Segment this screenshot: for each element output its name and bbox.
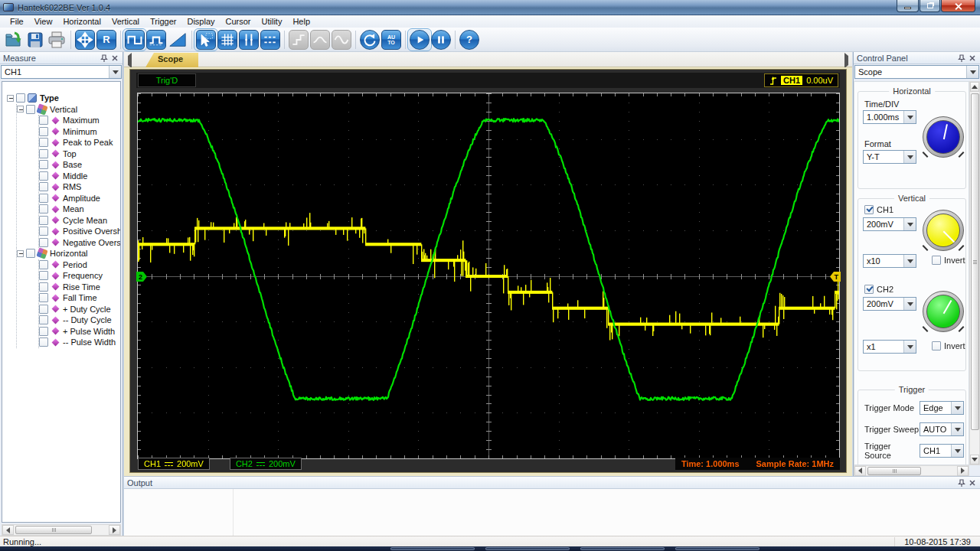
measure-item-fall-time[interactable]: Fall Time xyxy=(39,292,120,304)
ramp-wave-button[interactable] xyxy=(168,30,188,50)
pause-button[interactable] xyxy=(431,30,451,50)
trigger-source-select[interactable]: CH1 xyxy=(920,444,964,458)
item-checkbox[interactable] xyxy=(39,171,48,181)
measure-item-rise-time[interactable]: Rise Time xyxy=(39,282,120,293)
menu-cursor[interactable]: Cursor xyxy=(220,17,256,26)
trigger-sweep-select[interactable]: AUTO xyxy=(920,422,964,436)
format-select[interactable]: Y-T xyxy=(863,150,916,164)
item-checkbox[interactable] xyxy=(39,182,48,191)
collapse-icon[interactable] xyxy=(17,106,24,112)
item-checkbox[interactable] xyxy=(39,127,48,136)
pin-icon[interactable] xyxy=(957,478,966,487)
close-icon[interactable] xyxy=(968,54,977,63)
tab-scroll-left-icon[interactable] xyxy=(128,56,132,65)
refresh-button[interactable] xyxy=(360,30,380,50)
measure-item-rms[interactable]: RMS xyxy=(39,181,120,193)
measure-item-negative-overshoot[interactable]: Negative Overshoot xyxy=(39,237,120,249)
item-checkbox[interactable] xyxy=(39,204,48,214)
windows-taskbar[interactable] xyxy=(0,546,980,551)
menu-utility[interactable]: Utility xyxy=(256,17,288,26)
waveform-canvas[interactable] xyxy=(138,93,839,458)
scroll-right-icon[interactable] xyxy=(109,525,120,535)
menu-view[interactable]: View xyxy=(29,17,58,26)
taskbar-button[interactable] xyxy=(485,547,570,550)
restore-button[interactable] xyxy=(920,0,940,12)
menu-file[interactable]: File xyxy=(5,17,29,26)
close-icon[interactable] xyxy=(968,478,977,487)
item-checkbox[interactable] xyxy=(39,282,48,292)
pin-icon[interactable] xyxy=(100,54,109,63)
item-checkbox[interactable] xyxy=(39,337,48,347)
measure-item-base[interactable]: Base xyxy=(39,159,120,171)
measure-channel-select[interactable]: CH1 xyxy=(1,65,122,79)
measure-item-pulse-width[interactable]: + Pulse Width xyxy=(39,326,120,337)
tree-root-row[interactable]: Type xyxy=(7,93,120,104)
measure-hscrollbar[interactable] xyxy=(2,524,121,536)
control-vscrollbar[interactable] xyxy=(969,81,980,465)
item-checkbox[interactable] xyxy=(39,149,48,158)
scroll-down-icon[interactable] xyxy=(970,455,979,465)
ch1-position-knob[interactable] xyxy=(923,210,964,251)
taskbar-button[interactable] xyxy=(390,547,475,550)
menu-help[interactable]: Help xyxy=(287,17,315,26)
trigger-mode-select[interactable]: Edge xyxy=(920,401,964,415)
item-checkbox[interactable] xyxy=(39,327,48,336)
menu-trigger[interactable]: Trigger xyxy=(145,17,181,26)
item-checkbox[interactable] xyxy=(39,116,48,125)
measure-item-positive-overshoot[interactable]: Positive Overshoot xyxy=(39,226,120,237)
start-button[interactable] xyxy=(410,30,430,50)
sine-interpolation-button[interactable] xyxy=(332,30,351,50)
time-div-select[interactable]: 1.000ms xyxy=(863,110,916,124)
close-icon[interactable] xyxy=(110,54,119,63)
item-checkbox[interactable] xyxy=(39,271,48,280)
scope-display[interactable]: 2 T xyxy=(137,93,840,459)
ch1-enable-row[interactable]: CH1 xyxy=(864,205,893,214)
ch2-invert-checkbox[interactable] xyxy=(932,341,941,350)
ch2-position-knob[interactable] xyxy=(923,291,964,332)
save-button[interactable] xyxy=(25,30,45,50)
horizontal-position-knob[interactable] xyxy=(923,116,964,158)
measure-item-duty-cycle[interactable]: -- Duty Cycle xyxy=(39,315,120,326)
horizontal-cursors-button[interactable] xyxy=(260,30,280,50)
item-checkbox[interactable] xyxy=(39,227,48,236)
pointer-tool-button[interactable] xyxy=(196,30,216,50)
measure-item-pulse-width[interactable]: -- Pulse Width xyxy=(39,337,120,348)
measure-item-period[interactable]: Period xyxy=(39,259,120,271)
ch1-readout[interactable]: CH1 200mV xyxy=(138,458,210,470)
item-checkbox[interactable] xyxy=(39,305,48,314)
taskbar-button[interactable] xyxy=(675,547,760,550)
help-button[interactable]: ? xyxy=(459,30,479,50)
measure-item-cycle-mean[interactable]: Cycle Mean xyxy=(39,215,120,227)
item-checkbox[interactable] xyxy=(39,315,48,324)
open-file-button[interactable] xyxy=(4,30,24,50)
ch1-volts-select[interactable]: 200mV xyxy=(863,217,916,231)
measure-item-amplitude[interactable]: Amplitude xyxy=(39,193,120,204)
control-hscrollbar[interactable] xyxy=(854,465,969,476)
scroll-right-icon[interactable] xyxy=(957,466,969,476)
ch1-enable-checkbox[interactable] xyxy=(864,205,874,214)
scroll-left-icon[interactable] xyxy=(854,466,866,476)
menu-horizontal[interactable]: Horizontal xyxy=(57,17,106,26)
pulse-wave-button[interactable] xyxy=(146,30,166,50)
tree-group-horizontal[interactable]: Horizontal xyxy=(17,248,120,259)
ch2-enable-checkbox[interactable] xyxy=(864,285,874,294)
tab-scope[interactable]: Scope xyxy=(145,53,198,67)
measure-item-maximum[interactable]: Maximum xyxy=(39,115,120,126)
grid-cursor-button[interactable] xyxy=(217,30,237,50)
tree-root-checkbox[interactable] xyxy=(16,93,25,103)
measure-item-duty-cycle[interactable]: + Duty Cycle xyxy=(39,304,120,315)
group-checkbox[interactable] xyxy=(26,249,35,258)
taskbar-button[interactable] xyxy=(580,547,665,550)
measure-item-frequency[interactable]: Frequency xyxy=(39,270,120,282)
item-checkbox[interactable] xyxy=(39,293,48,302)
minimize-button[interactable] xyxy=(897,0,919,12)
scroll-left-icon[interactable] xyxy=(2,525,14,535)
group-checkbox[interactable] xyxy=(26,105,35,114)
menu-vertical[interactable]: Vertical xyxy=(106,17,145,26)
autoset-button[interactable]: AUTO xyxy=(381,30,401,50)
close-button[interactable] xyxy=(941,0,975,12)
measure-item-mean[interactable]: Mean xyxy=(39,204,120,215)
scrollbar-thumb[interactable] xyxy=(867,467,921,475)
linear-interpolation-button[interactable] xyxy=(310,30,330,50)
scroll-up-icon[interactable] xyxy=(970,82,979,92)
